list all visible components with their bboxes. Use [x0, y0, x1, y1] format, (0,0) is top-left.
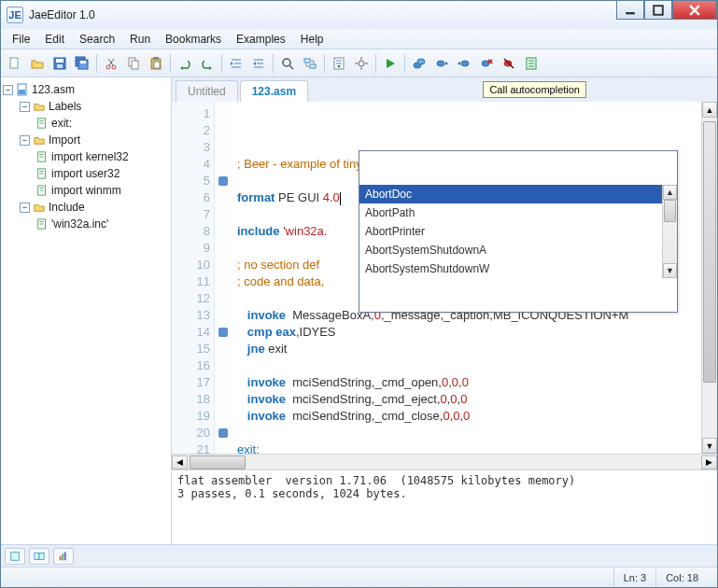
maximize-button[interactable] — [644, 1, 672, 20]
new-file-icon[interactable] — [5, 53, 25, 74]
fold-marker-icon[interactable] — [218, 328, 228, 337]
menu-file[interactable]: File — [5, 31, 37, 48]
code-line[interactable]: invoke mciSendString,_cmd_close,0,0,0 — [237, 408, 696, 425]
code-line[interactable]: cmp eax,IDYES — [237, 324, 696, 341]
cut-icon[interactable] — [101, 53, 121, 74]
copy-icon[interactable] — [123, 53, 144, 74]
svg-rect-77 — [11, 552, 20, 560]
output-panel[interactable]: flat assembler version 1.71.06 (1048575 … — [172, 469, 717, 544]
scroll-up-icon[interactable]: ▲ — [663, 185, 677, 200]
svg-marker-50 — [458, 62, 460, 65]
svg-line-15 — [108, 59, 113, 65]
svg-point-31 — [283, 59, 290, 66]
collapse-icon[interactable]: − — [20, 203, 30, 213]
autocomplete-popup[interactable]: AbortDocAbortPathAbortPrinterAbortSystem… — [359, 150, 678, 313]
menu-examples[interactable]: Examples — [229, 31, 293, 48]
fold-marker-icon[interactable] — [218, 176, 228, 186]
code-line[interactable]: jne exit — [237, 341, 696, 357]
menu-bookmarks[interactable]: Bookmarks — [158, 31, 229, 48]
tree-node[interactable]: −Include — [1, 199, 171, 216]
tree-node[interactable]: import winmm — [1, 182, 171, 199]
tree-node[interactable]: −Import — [1, 132, 171, 148]
tree-node-label: Include — [49, 201, 85, 214]
tree-node[interactable]: exit: — [1, 115, 171, 132]
bookmark-delete-icon[interactable] — [476, 53, 497, 74]
bookmark-next-icon[interactable] — [431, 53, 452, 74]
bottom-tab-3[interactable] — [53, 548, 74, 565]
document-icon — [35, 184, 49, 197]
editor-tab[interactable]: 123.asm — [240, 80, 308, 102]
editor-tab[interactable]: Untitled — [176, 80, 238, 102]
menu-help[interactable]: Help — [293, 31, 331, 48]
tree-node[interactable]: −Labels — [1, 98, 171, 115]
scrollbar-thumb[interactable] — [190, 455, 246, 469]
svg-rect-81 — [62, 553, 63, 560]
scrollbar-thumb[interactable] — [703, 121, 716, 383]
run-icon[interactable] — [380, 53, 401, 74]
scroll-down-icon[interactable]: ▼ — [663, 263, 677, 278]
replace-icon[interactable] — [300, 53, 320, 74]
redo-icon[interactable] — [197, 53, 218, 74]
code-editor[interactable]: 123456789101112131415161718192021 ; Beer… — [172, 102, 717, 454]
svg-marker-26 — [231, 62, 233, 65]
bookmark-list-icon[interactable] — [521, 53, 542, 74]
status-line: Ln: 3 — [613, 567, 655, 587]
tree-node[interactable]: import user32 — [1, 165, 171, 182]
bottom-tab-2[interactable] — [29, 548, 49, 565]
scroll-down-icon[interactable]: ▼ — [702, 438, 717, 454]
outdent-icon[interactable] — [248, 53, 269, 74]
tree-node-label: import winmm — [51, 184, 121, 197]
collapse-icon[interactable]: − — [3, 85, 13, 95]
autocomplete-item[interactable]: AbortPrinter — [359, 222, 662, 241]
bookmark-toggle-icon[interactable] — [409, 53, 429, 74]
editor-vertical-scrollbar[interactable]: ▲ ▼ — [701, 102, 717, 454]
code-line[interactable]: exit: — [237, 441, 696, 454]
autocomplete-scrollbar[interactable]: ▲ ▼ — [662, 185, 677, 278]
menu-run[interactable]: Run — [122, 31, 158, 48]
toolbar — [1, 49, 717, 77]
svg-line-14 — [109, 59, 114, 65]
code-area[interactable]: ; Beer - example of tiny (one section) W… — [232, 102, 701, 454]
indent-icon[interactable] — [226, 53, 246, 74]
paste-icon[interactable] — [146, 53, 166, 74]
bottom-tabs — [1, 544, 717, 567]
settings-icon[interactable] — [351, 53, 372, 74]
save-all-icon[interactable] — [72, 53, 92, 74]
autocomplete-item[interactable]: AbortDoc — [359, 185, 662, 203]
project-tree[interactable]: − 123.asm −Labelsexit:−Importimport kern… — [1, 77, 172, 544]
svg-rect-20 — [154, 62, 160, 68]
scroll-up-icon[interactable]: ▲ — [702, 102, 717, 118]
scrollbar-thumb[interactable] — [664, 200, 676, 222]
fold-marker-icon[interactable] — [218, 428, 228, 438]
fold-column[interactable] — [215, 102, 232, 454]
menu-search[interactable]: Search — [72, 31, 122, 48]
bottom-tab-1[interactable] — [5, 548, 25, 565]
open-file-icon[interactable] — [27, 53, 48, 74]
bookmark-clear-icon[interactable] — [499, 53, 519, 74]
close-button[interactable] — [672, 1, 717, 20]
svg-rect-82 — [64, 552, 66, 560]
tree-node[interactable]: 'win32a.inc' — [1, 216, 171, 232]
menu-edit[interactable]: Edit — [37, 31, 72, 48]
code-line[interactable]: invoke mciSendString,_cmd_eject,0,0,0 — [237, 391, 696, 408]
autocomplete-item[interactable]: AbortSystemShutdownA — [359, 241, 662, 259]
svg-rect-61 — [19, 90, 25, 94]
collapse-icon[interactable]: − — [20, 135, 30, 146]
minimize-button[interactable] — [616, 1, 644, 20]
code-line[interactable]: invoke mciSendString,_cmd_open,0,0,0 — [237, 374, 696, 391]
undo-icon[interactable] — [175, 53, 195, 74]
code-line[interactable] — [237, 425, 696, 441]
tree-node[interactable]: import kernel32 — [1, 148, 171, 165]
save-icon[interactable] — [49, 53, 70, 74]
goto-icon[interactable] — [329, 53, 349, 74]
editor-horizontal-scrollbar[interactable]: ◀ ▶ — [172, 454, 717, 469]
collapse-icon[interactable]: − — [20, 102, 30, 112]
code-line[interactable] — [237, 357, 696, 374]
bookmark-prev-icon[interactable] — [454, 53, 474, 74]
tree-root[interactable]: − 123.asm — [1, 81, 171, 98]
autocomplete-item[interactable]: AbortSystemShutdownW — [359, 259, 662, 278]
document-icon — [35, 117, 49, 130]
autocomplete-item[interactable]: AbortPath — [359, 203, 662, 222]
find-icon[interactable] — [277, 53, 298, 74]
scroll-right-icon[interactable]: ▶ — [701, 455, 717, 469]
